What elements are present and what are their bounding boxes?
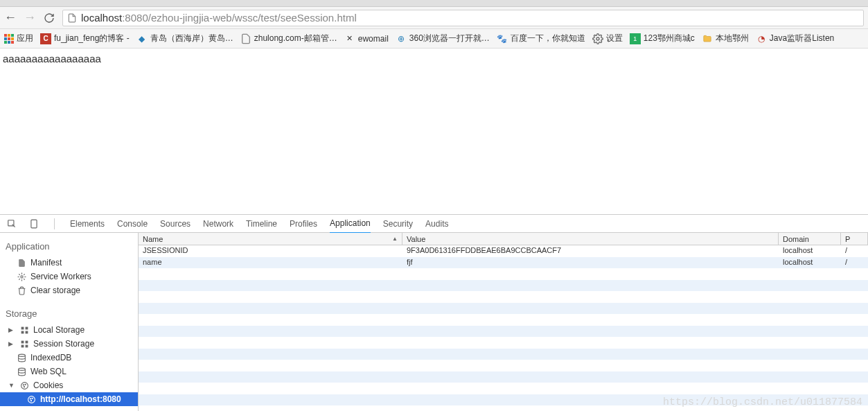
bookmark-icon: 🐾	[497, 33, 508, 44]
tab-application[interactable]: Application	[330, 214, 371, 234]
storage-icon	[19, 339, 29, 349]
bookmark-item[interactable]: 设置	[592, 33, 623, 44]
database-icon	[17, 353, 26, 362]
bookmark-item[interactable]: 本地鄂州	[702, 33, 749, 44]
svg-point-18	[24, 386, 24, 387]
tab-audits[interactable]: Audits	[425, 215, 448, 233]
bookmark-icon	[240, 33, 251, 44]
svg-rect-2	[31, 220, 37, 228]
section-application: Application	[0, 237, 138, 256]
bookmark-icon: ◔	[756, 33, 767, 44]
svg-rect-12	[25, 344, 28, 347]
svg-point-21	[32, 398, 33, 399]
tab-security[interactable]: Security	[383, 215, 413, 233]
url-text: localhost:8080/ezhou-jingjia-web/wssc/te…	[81, 12, 357, 24]
url-input[interactable]: localhost:8080/ezhou-jingjia-web/wssc/te…	[62, 10, 864, 26]
back-button[interactable]: ←	[4, 10, 17, 25]
table-row	[139, 371, 868, 383]
table-body: JSESSIONID 9F3A0D61316FFDDBEAE6BA9CCBCAA…	[139, 245, 868, 411]
col-domain[interactable]: Domain	[779, 233, 841, 245]
table-row[interactable]: name fjf localhost /	[139, 257, 868, 269]
svg-rect-8	[25, 331, 28, 333]
svg-point-16	[23, 384, 24, 385]
sidebar-websql[interactable]: Web SQL	[0, 365, 138, 378]
storage-icon	[19, 325, 29, 335]
col-path[interactable]: P	[841, 233, 868, 245]
svg-point-14	[18, 368, 25, 370]
table-row	[139, 349, 868, 360]
bookmark-item[interactable]: ◆ 青岛（西海岸）黄岛…	[136, 33, 233, 44]
bookmark-icon: 1	[630, 33, 641, 44]
page-content: aaaaaaaaaaaaaaaaa	[0, 49, 868, 214]
svg-rect-9	[21, 340, 24, 343]
table-row	[139, 314, 868, 326]
table-row[interactable]: JSESSIONID 9F3A0D61316FFDDBEAE6BA9CCBCAA…	[139, 245, 868, 257]
bookmark-item[interactable]: 1 123鄂州商城c	[630, 33, 695, 44]
sidebar-session-storage[interactable]: ▶ Session Storage	[0, 337, 138, 351]
tab-console[interactable]: Console	[117, 215, 148, 233]
browser-tab-bar	[0, 0, 868, 7]
table-row	[139, 360, 868, 371]
sidebar-indexeddb[interactable]: IndexedDB	[0, 351, 138, 365]
sidebar-cookies[interactable]: ▼ Cookies	[0, 378, 138, 392]
forward-button[interactable]: →	[24, 10, 36, 25]
devtools-panel: Elements Console Sources Network Timelin…	[0, 214, 868, 411]
tab-network[interactable]: Network	[203, 215, 233, 233]
tab-profiles[interactable]: Profiles	[290, 215, 317, 233]
sidebar-manifest[interactable]: Manifest	[0, 256, 138, 270]
bookmark-item[interactable]: ◔ Java监听器Listen	[756, 33, 834, 44]
reload-button[interactable]	[43, 12, 55, 24]
tab-timeline[interactable]: Timeline	[246, 215, 277, 233]
bookmark-item[interactable]: ⊕ 360浏览器一打开就…	[396, 33, 490, 44]
bookmark-item[interactable]: zhulong.com-邮箱管…	[240, 33, 337, 44]
gear-icon	[592, 33, 603, 44]
tab-elements[interactable]: Elements	[70, 215, 105, 233]
sidebar-cookies-origin[interactable]: http://localhost:8080	[0, 392, 138, 406]
sort-asc-icon: ▲	[392, 236, 398, 242]
database-icon	[17, 367, 26, 376]
cookie-icon	[26, 394, 36, 404]
sidebar-clear-storage[interactable]: Clear storage	[0, 283, 138, 297]
sidebar-service-workers[interactable]: Service Workers	[0, 270, 138, 283]
col-name[interactable]: Name ▲	[139, 233, 402, 245]
svg-point-20	[30, 398, 30, 399]
bookmark-item[interactable]: 🐾 百度一下，你就知道	[497, 33, 585, 44]
table-row	[139, 383, 868, 394]
svg-point-13	[18, 354, 25, 356]
expand-icon: ▶	[8, 326, 15, 333]
table-row	[139, 280, 868, 292]
apps-button[interactable]: 应用	[4, 33, 33, 44]
svg-point-17	[25, 384, 26, 385]
tab-sources[interactable]: Sources	[160, 215, 191, 233]
sidebar-local-storage[interactable]: ▶ Local Storage	[0, 323, 138, 337]
svg-point-22	[30, 400, 31, 401]
devtools-tabs: Elements Console Sources Network Timelin…	[0, 215, 868, 233]
svg-point-15	[21, 382, 28, 389]
bookmark-icon: C	[40, 33, 51, 44]
devtools-sidebar: Application Manifest Service Workers Cle…	[0, 233, 139, 411]
svg-rect-11	[21, 344, 24, 347]
folder-icon	[702, 33, 713, 44]
table-row	[139, 291, 868, 303]
svg-point-4	[20, 275, 22, 277]
device-icon[interactable]	[29, 219, 39, 229]
table-row	[139, 268, 868, 280]
file-icon	[17, 258, 26, 268]
gear-icon	[17, 272, 26, 281]
bookmark-icon: ⊕	[396, 33, 407, 44]
bookmark-item[interactable]: C fu_jian_feng的博客 -	[40, 33, 130, 44]
bookmarks-bar: 应用 C fu_jian_feng的博客 - ◆ 青岛（西海岸）黄岛… zhul…	[0, 29, 868, 49]
section-storage: Storage	[0, 304, 138, 323]
table-row	[139, 337, 868, 349]
bookmark-item[interactable]: ✕ ewomail	[344, 33, 389, 44]
table-row	[139, 303, 868, 315]
divider	[54, 218, 55, 229]
inspect-icon[interactable]	[7, 219, 17, 229]
bookmark-icon: ✕	[344, 33, 355, 44]
devtools-main: Name ▲ Value Domain P JSESSIONID 9F3A0D6…	[139, 233, 868, 411]
svg-rect-10	[25, 340, 28, 343]
collapse-icon: ▼	[8, 382, 15, 389]
col-value[interactable]: Value	[402, 233, 779, 245]
bookmark-icon: ◆	[136, 33, 148, 44]
address-bar: ← → localhost:8080/ezhou-jingjia-web/wss…	[0, 7, 868, 29]
